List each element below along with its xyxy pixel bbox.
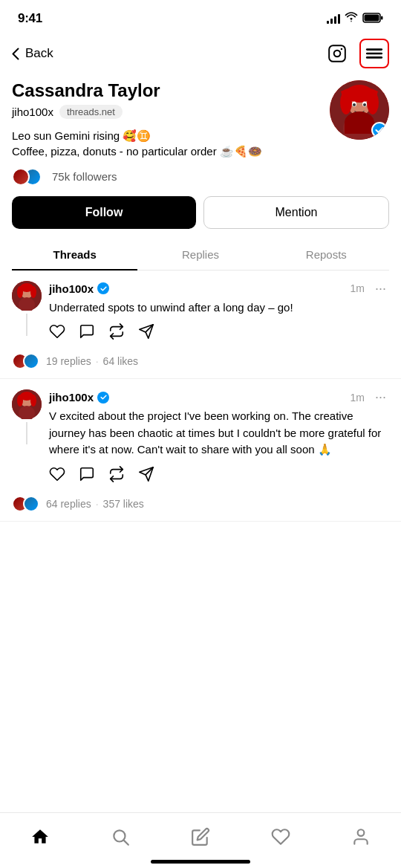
post-time-2: 1m <box>351 392 365 404</box>
instagram-icon-button[interactable] <box>322 39 352 68</box>
post-likes-2: 357 likes <box>103 498 144 510</box>
post-username-row-1: jiho100x <box>49 282 109 295</box>
nav-profile-button[interactable] <box>341 820 381 853</box>
signal-icon <box>327 13 340 24</box>
reply-button-1[interactable] <box>79 323 95 340</box>
post-meta-1: jiho100x 1m ··· <box>49 281 389 297</box>
post-stats-avatars-1 <box>12 353 34 369</box>
post-verified-2 <box>97 392 109 404</box>
post-stats-avatars-2 <box>12 496 34 512</box>
profile-username: jiho100x <box>12 106 53 118</box>
post-verified-1 <box>97 282 109 294</box>
post-header-1: jiho100x 1m ··· Underrated spots to unwi… <box>12 281 389 348</box>
tabs: Threads Replies Reposts <box>12 239 389 271</box>
nav-likes-button[interactable] <box>261 820 301 853</box>
thread-post-2: jiho100x 1m ··· V excited about the proj… <box>0 379 401 522</box>
verified-badge <box>371 122 388 138</box>
post-replies-1: 19 replies <box>46 355 91 367</box>
post-header-2: jiho100x 1m ··· V excited about the proj… <box>12 389 389 490</box>
post-time-1: 1m <box>351 282 365 294</box>
post-stats-2: 64 replies · 357 likes <box>12 490 389 521</box>
bio-line1: Leo sun Gemini rising 🥰♊ <box>12 128 330 143</box>
status-icons <box>327 12 383 25</box>
post-more-2[interactable]: ··· <box>372 389 389 405</box>
nav-home-button[interactable] <box>20 820 60 853</box>
wifi-icon <box>345 12 358 25</box>
post-content-1: jiho100x 1m ··· Underrated spots to unwi… <box>49 281 389 348</box>
post-text-2: V excited about the project I've been wo… <box>49 408 389 459</box>
post-username-1: jiho100x <box>49 282 94 295</box>
post-avatar-2 <box>12 389 42 419</box>
post-actions-2 <box>49 466 389 482</box>
svg-point-11 <box>343 114 376 140</box>
top-nav: Back <box>0 33 401 74</box>
follower-avatar-1 <box>12 168 30 186</box>
svg-point-23 <box>17 286 23 298</box>
profile-name: Cassandra Taylor <box>12 80 330 102</box>
post-text-1: Underrated spots to unwind after a long … <box>49 299 389 317</box>
action-buttons: Follow Mention <box>12 196 389 229</box>
post-username-row-2: jiho100x <box>49 391 109 404</box>
post-avatar-col-2 <box>12 389 42 444</box>
post-more-1[interactable]: ··· <box>372 281 389 297</box>
svg-point-5 <box>341 48 343 51</box>
tab-threads[interactable]: Threads <box>12 239 137 270</box>
thread-line-2 <box>26 422 27 444</box>
svg-point-37 <box>358 829 365 836</box>
profile-header: Cassandra Taylor jiho100x threads.net Le… <box>12 80 389 168</box>
profile-section: Cassandra Taylor jiho100x threads.net Le… <box>0 74 401 271</box>
status-time: 9:41 <box>18 11 42 26</box>
battery-icon <box>362 13 383 25</box>
dot-sep-2: · <box>96 498 99 510</box>
post-stats-1: 19 replies · 64 likes <box>12 347 389 378</box>
svg-rect-3 <box>329 45 345 62</box>
stat-avatar-1b <box>23 353 39 369</box>
stat-avatar-2b <box>23 496 39 512</box>
svg-point-32 <box>30 395 36 407</box>
post-content-2: jiho100x 1m ··· V excited about the proj… <box>49 389 389 490</box>
post-username-2: jiho100x <box>49 391 94 404</box>
nav-compose-button[interactable] <box>180 820 221 853</box>
post-meta-2: jiho100x 1m ··· <box>49 389 389 405</box>
mention-button[interactable]: Mention <box>203 196 389 229</box>
nav-search-button[interactable] <box>100 820 140 853</box>
svg-point-18 <box>363 103 366 106</box>
profile-info: Cassandra Taylor jiho100x threads.net Le… <box>12 80 330 168</box>
status-bar: 9:41 <box>0 0 401 33</box>
profile-username-row: jiho100x threads.net <box>12 105 330 119</box>
svg-rect-2 <box>381 16 383 19</box>
avatar <box>330 80 389 140</box>
post-replies-2: 64 replies <box>46 498 91 510</box>
svg-point-17 <box>353 103 356 106</box>
svg-rect-1 <box>365 14 379 21</box>
follow-button[interactable]: Follow <box>12 196 196 229</box>
profile-domain-badge: threads.net <box>59 105 123 119</box>
dot-sep-1: · <box>96 355 99 367</box>
menu-icon-button[interactable] <box>359 39 389 68</box>
reply-button-2[interactable] <box>79 466 95 482</box>
nav-right-icons <box>322 39 389 68</box>
thread-line-1 <box>26 314 27 336</box>
follower-avatars <box>12 168 36 186</box>
thread-post-1: jiho100x 1m ··· Underrated spots to unwi… <box>0 271 401 380</box>
post-avatar-col-1 <box>12 281 42 336</box>
followers-count: 75k followers <box>52 170 117 183</box>
tab-replies[interactable]: Replies <box>137 239 263 270</box>
home-indicator <box>151 860 250 864</box>
share-button-2[interactable] <box>138 466 154 482</box>
post-actions-1 <box>49 323 389 340</box>
tab-reposts[interactable]: Reposts <box>264 239 389 270</box>
share-button-1[interactable] <box>138 323 154 340</box>
post-likes-1: 64 likes <box>103 355 138 367</box>
repost-button-1[interactable] <box>108 323 125 340</box>
profile-bio: Leo sun Gemini rising 🥰♊ Coffee, pizza, … <box>12 128 330 159</box>
like-button-2[interactable] <box>49 466 65 482</box>
back-button[interactable]: Back <box>12 46 53 61</box>
like-button-1[interactable] <box>49 323 65 340</box>
post-avatar-1 <box>12 281 42 311</box>
followers-row: 75k followers <box>12 168 389 186</box>
svg-line-36 <box>124 841 128 845</box>
svg-point-31 <box>17 395 23 407</box>
repost-button-2[interactable] <box>108 466 125 482</box>
svg-point-24 <box>30 286 36 298</box>
